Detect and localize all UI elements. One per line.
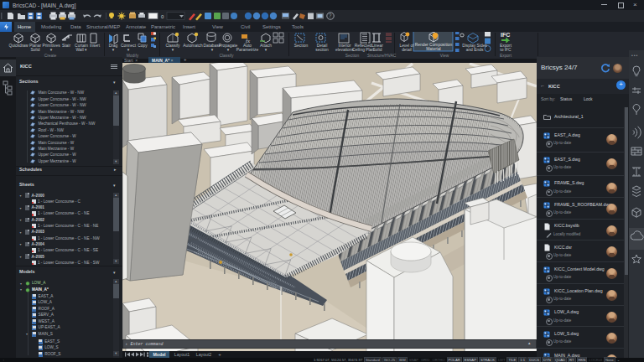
- svg-text:0: 0: [161, 14, 164, 19]
- svg-text:IFC: IFC: [501, 32, 510, 38]
- svg-text:?: ?: [329, 13, 332, 18]
